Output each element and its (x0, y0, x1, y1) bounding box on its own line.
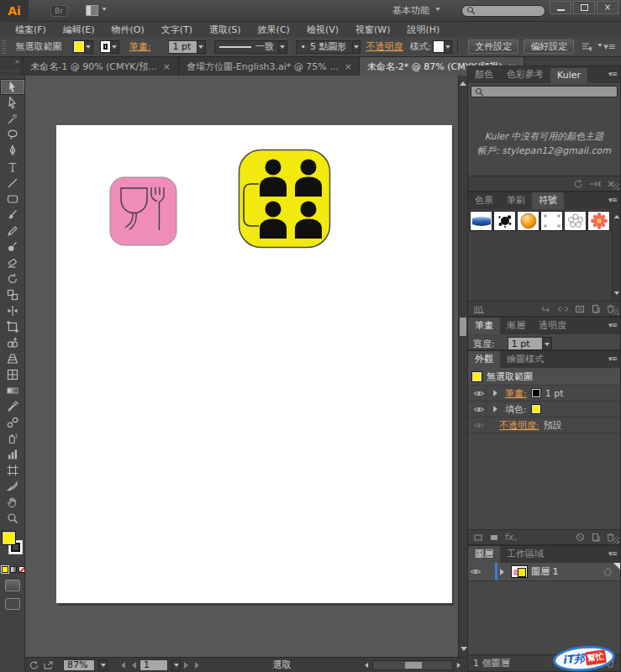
slice-tool[interactable] (0, 478, 25, 494)
resize-grip[interactable] (613, 183, 619, 190)
scroll-down-icon[interactable] (460, 647, 467, 654)
rotate-tool[interactable] (0, 270, 25, 286)
none-button[interactable] (18, 566, 25, 573)
refresh-icon[interactable] (573, 179, 583, 189)
menu-item[interactable]: 檢視(V) (298, 24, 347, 36)
menu-item[interactable]: 檔案(F) (7, 24, 55, 36)
add-fill-icon[interactable] (489, 533, 499, 542)
document-setup-button[interactable]: 文件設定 (468, 39, 518, 54)
break-link-icon[interactable] (557, 305, 569, 313)
export-icon[interactable] (43, 660, 55, 670)
select-similar-button[interactable] (581, 41, 603, 53)
drawing-mode-button[interactable] (5, 580, 20, 591)
stroke-width-stepper[interactable] (161, 41, 166, 53)
panel-menu-icon[interactable]: ▾≡ (608, 70, 617, 78)
horizontal-scroll-thumb[interactable] (405, 662, 422, 669)
symbol-options-icon[interactable] (575, 305, 585, 313)
screen-mode-button[interactable] (5, 598, 20, 610)
resize-grip[interactable] (613, 308, 619, 315)
panel-tab[interactable]: Kuler (550, 68, 587, 83)
type-tool[interactable] (0, 159, 25, 175)
layer-target-icon[interactable]: ○ (603, 566, 612, 577)
shape-builder-tool[interactable] (0, 334, 25, 350)
close-button[interactable]: × (597, 1, 618, 14)
sync-icon[interactable] (29, 660, 39, 670)
menu-item[interactable]: 文字(T) (153, 24, 201, 36)
ribbon-symbol[interactable] (470, 211, 492, 231)
zoom-tool[interactable] (0, 510, 25, 526)
add-stroke-icon[interactable] (473, 533, 483, 542)
stroke-color-swatch[interactable] (100, 40, 111, 53)
blob-brush-tool[interactable] (0, 239, 25, 255)
width-tool[interactable] (0, 302, 25, 318)
symbol-sprayer-tool[interactable] (0, 430, 25, 446)
maximize-button[interactable] (573, 1, 595, 14)
edit-in-kuler-icon[interactable] (589, 180, 601, 188)
fill-color-chip[interactable] (531, 404, 541, 414)
doc-tab-untitled-1[interactable]: 未命名-1 @ 90% (CMYK/預... × (23, 57, 179, 76)
layout-switcher-button[interactable] (86, 5, 108, 16)
tools-grip[interactable]: ...... (0, 66, 19, 73)
panel-tab[interactable]: 繪圖樣式 (500, 351, 550, 368)
hand-tool[interactable] (0, 494, 25, 510)
panel-tab[interactable]: 色彩參考 (500, 66, 550, 83)
scroll-left-icon[interactable] (362, 662, 368, 667)
scroll-up-icon[interactable] (613, 213, 618, 218)
horizontal-scrollbar[interactable] (372, 660, 453, 670)
zoom-dropdown[interactable] (98, 659, 108, 671)
scroll-up-icon[interactable] (460, 78, 466, 86)
perspective-grid-tool[interactable] (0, 350, 25, 366)
panel-tab[interactable]: 漸層 (500, 318, 532, 334)
orb-symbol[interactable] (517, 211, 539, 231)
fill-dropdown[interactable] (85, 40, 93, 54)
ink-splat-symbol[interactable] (493, 211, 516, 231)
scale-tool[interactable] (0, 286, 25, 302)
resize-grip[interactable] (613, 537, 619, 543)
menu-item[interactable]: 選取(S) (201, 24, 250, 36)
paintbrush-tool[interactable] (0, 207, 25, 223)
zoom-level-field[interactable]: 87% (63, 659, 95, 671)
panel-tab[interactable]: 透明度 (532, 318, 573, 334)
appearance-selection-row[interactable]: 無選取範圍 (468, 368, 620, 386)
panel-tab[interactable]: 工作區域 (500, 546, 550, 563)
panel-tab[interactable]: 色票 (468, 192, 500, 209)
tab-close-icon[interactable]: × (345, 61, 352, 72)
width-dropdown[interactable] (543, 337, 552, 350)
layer-thumbnail[interactable] (511, 565, 528, 578)
stroke-dropdown[interactable] (111, 40, 119, 54)
magic-wand-tool[interactable] (0, 111, 25, 127)
panel-tab[interactable]: 符號 (532, 192, 564, 209)
canvas[interactable] (25, 76, 458, 657)
panel-menu-icon[interactable]: ▾≡ (608, 321, 617, 329)
artboard-tool[interactable] (0, 462, 25, 478)
panel-menu-icon[interactable]: ▾≡ (608, 354, 617, 363)
panel-tab[interactable]: 筆刷 (500, 192, 532, 209)
style-swatch[interactable] (433, 40, 444, 53)
doc-tab-english3[interactable]: 會場方位圖-English3.ai* @ 75% ... × (179, 57, 360, 76)
registration-symbol[interactable] (540, 211, 563, 231)
width-stepper[interactable] (500, 338, 505, 349)
profile-dropdown[interactable] (279, 40, 287, 54)
mesh-tool[interactable] (0, 366, 25, 382)
expand-icon[interactable] (493, 406, 501, 412)
brush-definition-field[interactable]: • 5 點圓形 (296, 40, 353, 54)
layer-name[interactable]: 圖層 1 (531, 565, 559, 578)
expand-layer-icon[interactable] (500, 569, 508, 575)
column-graph-tool[interactable] (0, 446, 25, 462)
visibility-eye-icon[interactable] (471, 386, 487, 401)
pencil-tool[interactable] (0, 223, 25, 239)
scroll-right-icon[interactable] (457, 662, 463, 667)
stroke-color-chip[interactable] (531, 388, 541, 398)
visibility-eye-icon[interactable] (471, 402, 487, 417)
direct-selection-tool[interactable] (0, 95, 25, 111)
daisy-symbol[interactable] (587, 211, 610, 231)
color-button[interactable] (2, 566, 8, 573)
menu-item[interactable]: 物件(O) (103, 24, 152, 36)
opacity-attr-link[interactable]: 不透明度: (499, 419, 539, 432)
minimize-button[interactable] (550, 1, 571, 14)
appearance-stroke-row[interactable]: 筆畫: 1 pt (468, 386, 620, 402)
free-transform-tool[interactable] (0, 318, 25, 334)
stroke-panel-link[interactable]: 筆畫: (129, 40, 151, 53)
style-dropdown[interactable] (445, 40, 453, 54)
stroke-width-field[interactable]: 1 pt (168, 40, 197, 54)
